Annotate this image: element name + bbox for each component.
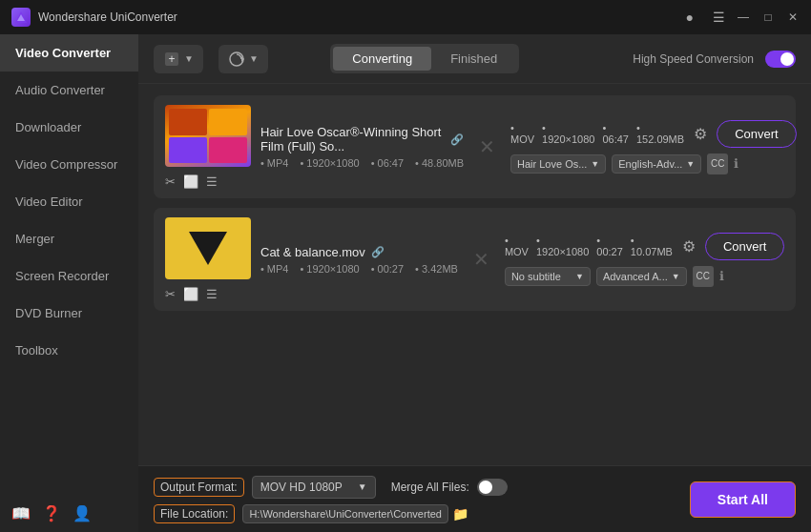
chevron-down-icon: ▼ <box>575 272 584 281</box>
format-row: Output Format: MOV HD 1080P ▼ Merge All … <box>154 476 508 499</box>
link-icon-1[interactable]: 🔗 <box>450 133 464 146</box>
subtitle-icon-2[interactable]: CC <box>693 266 714 287</box>
maximize-button[interactable]: □ <box>761 10 775 24</box>
rotate-button[interactable]: ▼ <box>218 45 268 73</box>
audio-dropdown-1[interactable]: English-Adv... ▼ <box>612 154 701 174</box>
file-name-1: Hair Love Oscar®-Winning Short Film (Ful… <box>260 125 445 153</box>
file-info-1: Hair Love Oscar®-Winning Short Film (Ful… <box>260 125 464 169</box>
sidebar-item-merger[interactable]: Merger <box>0 220 138 257</box>
link-icon-2[interactable]: 🔗 <box>371 246 385 258</box>
file-card-top-2: ✂ ⬜ ☰ Cat & balance.mov 🔗 • MP4 • 1920×1… <box>165 217 784 301</box>
titlebar: Wondershare UniConverter ● ☰ — □ ✕ <box>0 0 811 34</box>
file-thumb-tools-1: ✂ ⬜ ☰ <box>165 174 251 189</box>
help-icon[interactable]: ❓ <box>42 504 61 522</box>
convert-button-2[interactable]: Convert <box>705 233 785 260</box>
list-icon[interactable]: ☰ <box>206 174 218 189</box>
output-meta-2: • MOV • 1920×1080 • 00:27 • 10.07MB ⚙ Co… <box>505 233 784 260</box>
crop-icon[interactable]: ⬜ <box>183 174 198 189</box>
output-section-2: • MOV • 1920×1080 • 00:27 • 10.07MB ⚙ Co… <box>505 233 784 287</box>
sidebar-item-video-editor[interactable]: Video Editor <box>0 183 138 220</box>
thumb-cell-4 <box>209 137 247 164</box>
file-name-2: Cat & balance.mov <box>260 245 365 259</box>
thumbnail-section-2: ✂ ⬜ ☰ <box>165 217 251 301</box>
output-format-label: Output Format: <box>154 478 244 497</box>
subtitle-row-2: No subtitle ▼ Advanced A... ▼ CC ℹ <box>505 266 784 287</box>
speed-toggle[interactable] <box>765 51 796 68</box>
topbar: + ▼ ▼ Converting Finished H <box>138 34 811 84</box>
list-icon-2[interactable]: ☰ <box>206 287 218 301</box>
gear-button-1[interactable]: ⚙ <box>692 123 709 145</box>
subtitle-row-1: Hair Love Os... ▼ English-Adv... ▼ CC ℹ <box>510 153 784 174</box>
file-thumbnail-2 <box>165 217 251 279</box>
file-thumb-tools-2: ✂ ⬜ ☰ <box>165 287 251 301</box>
sidebar-item-dvd-burner[interactable]: DVD Burner <box>0 295 138 332</box>
scissors-icon-2[interactable]: ✂ <box>165 287 176 301</box>
info-icon-1[interactable]: ℹ <box>734 156 738 171</box>
bottom-left: Output Format: MOV HD 1080P ▼ Merge All … <box>154 476 508 523</box>
location-row: File Location: H:\Wondershare\UniConvert… <box>154 504 508 523</box>
chevron-down-icon: ▼ <box>672 272 680 281</box>
start-all-button[interactable]: Start All <box>690 481 796 518</box>
sidebar-item-downloader[interactable]: Downloader <box>0 109 138 146</box>
add-file-chevron: ▼ <box>184 53 194 64</box>
files-area: ✂ ⬜ ☰ Hair Love Oscar®-Winning Short Fil… <box>138 84 811 465</box>
tab-finished[interactable]: Finished <box>431 47 516 71</box>
thumb-cell-2 <box>209 109 247 135</box>
file-card-2: ✂ ⬜ ☰ Cat & balance.mov 🔗 • MP4 • 1920×1… <box>154 208 796 311</box>
subtitle-icon-1[interactable]: CC <box>707 153 728 174</box>
sidebar: Video Converter Audio Converter Download… <box>0 34 138 532</box>
file-card: ✂ ⬜ ☰ Hair Love Oscar®-Winning Short Fil… <box>154 95 796 198</box>
thumbnail-section-1: ✂ ⬜ ☰ <box>165 105 251 189</box>
output-section-1: • MOV • 1920×1080 • 06:47 • 152.09MB ⚙ C… <box>510 120 784 174</box>
profile-icon[interactable]: 👤 <box>73 504 92 522</box>
thumb-cell-3 <box>169 137 207 164</box>
subtitle-dropdown-2[interactable]: No subtitle ▼ <box>505 267 591 286</box>
file-thumbnail-1 <box>165 105 251 167</box>
sidebar-item-video-compressor[interactable]: Video Compressor <box>0 146 138 183</box>
file-meta-src-1: • MP4 • 1920×1080 • 06:47 • 48.80MB <box>260 157 464 169</box>
file-name-row-2: Cat & balance.mov 🔗 <box>260 245 458 259</box>
content-area: + ▼ ▼ Converting Finished H <box>138 34 811 532</box>
format-chevron: ▼ <box>358 481 367 492</box>
sidebar-item-screen-recorder[interactable]: Screen Recorder <box>0 257 138 295</box>
gear-button-2[interactable]: ⚙ <box>680 235 697 257</box>
file-info-2: Cat & balance.mov 🔗 • MP4 • 1920×1080 • … <box>260 245 458 275</box>
location-row-inner: H:\Wondershare\UniConverter\Converted 📁 <box>242 504 468 523</box>
minimize-button[interactable]: — <box>737 10 750 24</box>
tab-group: Converting Finished <box>330 44 519 73</box>
audio-dropdown-2[interactable]: Advanced A... ▼ <box>596 267 687 286</box>
book-icon[interactable]: 📖 <box>11 504 31 522</box>
close-button[interactable]: ✕ <box>786 10 800 24</box>
chevron-down-icon: ▼ <box>686 159 695 169</box>
scissors-icon[interactable]: ✂ <box>165 174 176 189</box>
sidebar-item-video-converter[interactable]: Video Converter <box>0 34 138 72</box>
add-file-button[interactable]: + ▼ <box>154 45 203 73</box>
format-select[interactable]: MOV HD 1080P ▼ <box>252 476 376 499</box>
titlebar-controls: ● ☰ — □ ✕ <box>678 10 800 25</box>
merge-toggle[interactable] <box>477 479 508 496</box>
sidebar-item-audio-converter[interactable]: Audio Converter <box>0 72 138 109</box>
speed-label: High Speed Conversion <box>633 52 754 66</box>
tab-converting[interactable]: Converting <box>333 47 431 71</box>
convert-button-1[interactable]: Convert <box>717 120 797 148</box>
info-icon-2[interactable]: ℹ <box>719 269 724 283</box>
file-meta-src-2: • MP4 • 1920×1080 • 00:27 • 3.42MB <box>260 263 458 275</box>
crop-icon-2[interactable]: ⬜ <box>183 287 198 301</box>
file-name-row-1: Hair Love Oscar®-Winning Short Film (Ful… <box>260 125 464 153</box>
app-title: Wondershare UniConverter <box>38 10 678 24</box>
sidebar-item-toolbox[interactable]: Toolbox <box>0 332 138 369</box>
arrow-1: ✕ <box>473 135 501 158</box>
merge-label: Merge All Files: <box>391 481 469 494</box>
menu-icon[interactable]: ☰ <box>713 10 725 25</box>
bottombar: Output Format: MOV HD 1080P ▼ Merge All … <box>138 465 811 532</box>
app-logo <box>11 8 31 27</box>
main-layout: Video Converter Audio Converter Download… <box>0 34 811 532</box>
arrow-2: ✕ <box>468 248 495 271</box>
user-icon[interactable]: ● <box>686 10 694 25</box>
folder-icon[interactable]: 📁 <box>452 506 468 522</box>
output-meta-1: • MOV • 1920×1080 • 06:47 • 152.09MB ⚙ C… <box>510 120 784 148</box>
subtitle-dropdown-1[interactable]: Hair Love Os... ▼ <box>510 154 606 174</box>
rotate-chevron: ▼ <box>249 53 259 64</box>
thumb-cell-1 <box>169 109 207 135</box>
location-input[interactable]: H:\Wondershare\UniConverter\Converted <box>242 504 448 523</box>
